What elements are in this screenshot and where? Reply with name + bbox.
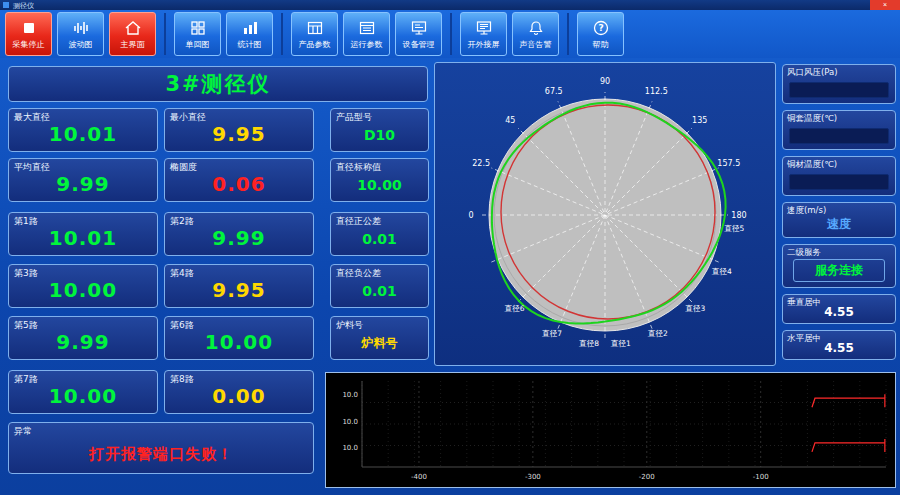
- svg-text:112.5: 112.5: [645, 87, 668, 96]
- wave-chart-button[interactable]: 波动图: [57, 12, 104, 56]
- svg-text:22.5: 22.5: [472, 159, 490, 168]
- sound-alarm-button[interactable]: 声音告警: [512, 12, 559, 56]
- run-params-button[interactable]: 运行参数: [343, 12, 390, 56]
- station-title: 3#测径仪: [8, 66, 428, 102]
- field-value: 10.01: [11, 122, 155, 146]
- single-chart-button[interactable]: 单回图: [174, 12, 221, 56]
- field-value: [789, 82, 889, 98]
- button-label: 采集停止: [13, 39, 45, 50]
- channel-7-field: 第7路 10.00: [8, 370, 158, 414]
- svg-text:67.5: 67.5: [545, 87, 563, 96]
- svg-text:直径6: 直径6: [504, 304, 525, 313]
- external-screen-button[interactable]: 开外接屏: [460, 12, 507, 56]
- field-label: 产品型号: [336, 111, 372, 124]
- svg-text:157.5: 157.5: [717, 159, 740, 168]
- product-table-icon: [306, 19, 324, 37]
- grid-chart-icon: [189, 19, 207, 37]
- main-screen-button[interactable]: 主界面: [109, 12, 156, 56]
- polar-chart-panel: 022.54567.590112.5135157.5180直径1直径2直径3直径…: [434, 62, 776, 366]
- stats-chart-button[interactable]: 统计图: [226, 12, 273, 56]
- channel-4-field: 第4路 9.95: [164, 264, 314, 308]
- field-label: 风口风压(Pa): [787, 67, 838, 79]
- button-label: 波动图: [69, 39, 93, 50]
- button-label: 帮助: [593, 39, 609, 50]
- button-label: 产品参数: [299, 39, 331, 50]
- button-label: 开外接屏: [468, 39, 500, 50]
- field-value: 9.99: [11, 172, 155, 196]
- field-label: 异常: [14, 425, 32, 438]
- button-label: 单回图: [186, 39, 210, 50]
- field-value: 10.00: [167, 330, 311, 354]
- horizontal-center-field: 水平居中 4.55: [782, 330, 896, 360]
- app-icon: [3, 2, 9, 8]
- field-value: 10.00: [333, 177, 426, 193]
- svg-text:0: 0: [468, 211, 473, 220]
- service-link-field: 二级服务 服务连接: [782, 244, 896, 288]
- svg-text:-100: -100: [753, 473, 769, 481]
- channel-1-field: 第1路 10.01: [8, 212, 158, 256]
- abnormal-alarm-field: 异常 打开报警端口失败！: [8, 422, 314, 474]
- field-value: [789, 174, 889, 190]
- field-label: 二级服务: [787, 247, 821, 259]
- help-icon: ?: [592, 19, 610, 37]
- svg-text:10.0: 10.0: [342, 391, 358, 399]
- svg-text:直径7: 直径7: [541, 329, 562, 338]
- ovality-field: 椭圆度 0.06: [164, 158, 314, 202]
- trend-chart-panel: -400-300-200-10010.010.010.0: [325, 372, 896, 488]
- toolbar-separator: [164, 13, 166, 55]
- button-label: 运行参数: [351, 39, 383, 50]
- max-diameter-field: 最大直径 10.01: [8, 108, 158, 152]
- polar-diameter-chart: 022.54567.590112.5135157.5180直径1直径2直径3直径…: [435, 63, 775, 365]
- window-titlebar: 测径仪 ×: [0, 0, 900, 10]
- field-value: 炉料号: [333, 335, 426, 352]
- svg-text:直径4: 直径4: [711, 267, 732, 276]
- product-params-button[interactable]: 产品参数: [291, 12, 338, 56]
- field-value: 0.01: [333, 283, 426, 299]
- speed-field: 速度(m/s) 速度: [782, 202, 896, 238]
- svg-text:直径8: 直径8: [578, 339, 599, 348]
- settings-table-icon: [358, 19, 376, 37]
- svg-text:?: ?: [598, 23, 603, 33]
- help-button[interactable]: ? 帮助: [577, 12, 624, 56]
- field-label: 直径负公差: [336, 267, 381, 280]
- vertical-center-field: 垂直居中 4.55: [782, 294, 896, 324]
- field-value: 0.06: [167, 172, 311, 196]
- page-title: 3#测径仪: [9, 67, 427, 101]
- svg-text:180: 180: [731, 211, 746, 220]
- field-value: 9.99: [167, 226, 311, 250]
- home-icon: [124, 19, 142, 37]
- svg-text:90: 90: [600, 77, 610, 86]
- field-value: 4.55: [785, 341, 893, 355]
- min-diameter-field: 最小直径 9.95: [164, 108, 314, 152]
- field-label: 铜材温度(℃): [787, 159, 837, 171]
- field-value: 10.00: [11, 278, 155, 302]
- copper-temperature-field: 铜材温度(℃): [782, 156, 896, 196]
- device-manage-button[interactable]: 设备管理: [395, 12, 442, 56]
- tolerance-plus-field: 直径正公差 0.01: [330, 212, 429, 256]
- channel-2-field: 第2路 9.99: [164, 212, 314, 256]
- device-monitor-icon: [410, 19, 428, 37]
- stop-icon: [20, 19, 38, 37]
- tolerance-minus-field: 直径负公差 0.01: [330, 264, 429, 308]
- channel-5-field: 第5路 9.99: [8, 316, 158, 360]
- svg-text:-200: -200: [639, 473, 655, 481]
- svg-text:直径3: 直径3: [684, 304, 705, 313]
- toolbar-separator: [567, 13, 569, 55]
- collect-stop-button[interactable]: 采集停止: [5, 12, 52, 56]
- channel-6-field: 第6路 10.00: [164, 316, 314, 360]
- close-button[interactable]: ×: [870, 0, 900, 10]
- channel-3-field: 第3路 10.00: [8, 264, 158, 308]
- field-value: 4.55: [785, 305, 893, 319]
- svg-text:10.0: 10.0: [342, 418, 358, 426]
- svg-text:直径2: 直径2: [647, 329, 668, 338]
- field-value: [789, 128, 889, 144]
- field-value: 9.99: [11, 330, 155, 354]
- button-label: 统计图: [238, 39, 262, 50]
- field-value: 速度: [785, 216, 893, 233]
- svg-text:直径1: 直径1: [610, 339, 631, 348]
- field-value: D10: [333, 127, 426, 143]
- svg-text:45: 45: [505, 116, 515, 125]
- toolbar-separator: [450, 13, 452, 55]
- field-value: 10.01: [11, 226, 155, 250]
- alarm-bell-icon: [527, 19, 545, 37]
